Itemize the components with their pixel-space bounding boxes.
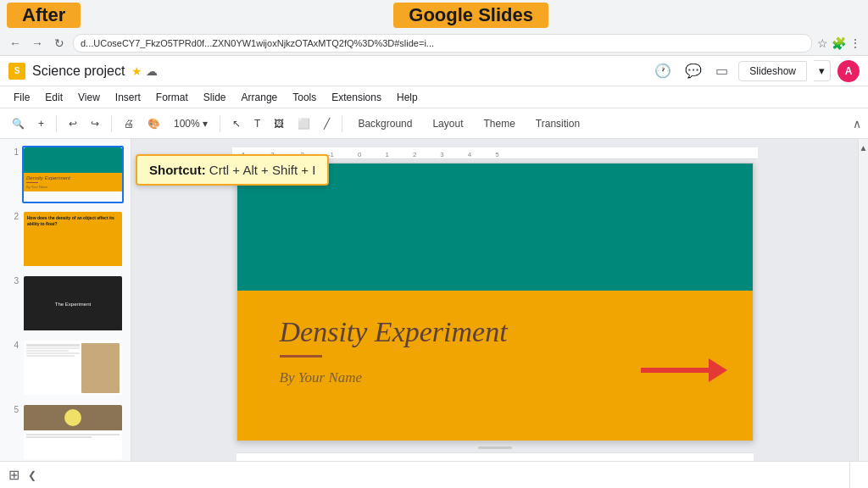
editor-area: -4-3-2-1012345 Shortcut: Crtl + Alt + Sh… [131, 139, 858, 488]
main-area: 1 Density Experiment By Your Name 2 How … [0, 139, 868, 488]
avatar[interactable]: A [837, 60, 860, 82]
slide-thumb-frame-2[interactable]: How does the density of an object affect… [22, 210, 124, 268]
menu-tools[interactable]: Tools [286, 89, 323, 106]
extension-icon[interactable]: 🧩 [832, 36, 846, 50]
slide-scroll-indicator [478, 446, 512, 449]
right-scrollbar[interactable]: ▲ ▼ [858, 139, 868, 488]
slideshow-dropdown[interactable]: ▾ [814, 60, 831, 81]
menu-help[interactable]: Help [390, 89, 425, 106]
zoom-out-btn[interactable]: 🔍 [7, 115, 30, 132]
theme-btn[interactable]: Theme [475, 114, 523, 133]
menu-arrange[interactable]: Arrange [235, 89, 285, 106]
red-arrow [641, 358, 727, 382]
menu-slide[interactable]: Slide [197, 89, 233, 106]
slide-thumb-frame-5[interactable] [22, 403, 124, 461]
comment-icon[interactable]: 💬 [682, 61, 705, 80]
collapse-btn[interactable]: ∧ [853, 117, 861, 130]
slideshow-button[interactable]: Slideshow [738, 61, 807, 81]
url-bar[interactable] [73, 34, 812, 53]
print-btn[interactable]: 🖨 [119, 115, 139, 132]
forward-button[interactable]: → [29, 35, 46, 52]
slide-thumb-4[interactable]: 4 [3, 339, 127, 396]
after-label: After [7, 3, 81, 28]
slide-2-mini: How does the density of an object affect… [24, 212, 122, 267]
browser-icons: ☆ 🧩 ⋮ [817, 36, 861, 50]
menu-extensions[interactable]: Extensions [325, 89, 388, 106]
shortcut-label: Shortcut: [149, 163, 206, 177]
slide-title[interactable]: Density Experiment [237, 291, 753, 348]
slide-5-mini [24, 405, 122, 460]
scroll-end [849, 462, 860, 488]
slide-num-4: 4 [3, 339, 19, 350]
transition-btn[interactable]: Transition [527, 114, 588, 133]
menu-icon[interactable]: ⋮ [849, 36, 861, 50]
drive-icon[interactable]: ☁ [146, 64, 158, 78]
separator-2 [111, 115, 112, 132]
slide-1-mini: Density Experiment By Your Name [24, 147, 122, 202]
separator-3 [220, 115, 220, 132]
scroll-up-btn[interactable]: ▲ [859, 139, 868, 156]
slide-num-5: 5 [3, 403, 19, 414]
cursor-btn[interactable]: ↖ [227, 115, 246, 132]
toolbar: 🔍 + ↩ ↪ 🖨 🎨 100% ▾ ↖ T 🖼 ⬜ ╱ Background … [0, 108, 868, 139]
slide-3-mini: The Experiment [24, 276, 122, 331]
text-btn[interactable]: T [249, 115, 265, 132]
slide-thumb-5[interactable]: 5 [3, 403, 127, 461]
slide-canvas[interactable]: Density Experiment By Your Name [236, 163, 754, 441]
slide-thumb-frame-3[interactable]: The Experiment [22, 274, 124, 332]
undo-btn[interactable]: ↩ [64, 115, 82, 132]
star-icon[interactable]: ★ [131, 64, 142, 78]
layout-btn[interactable]: Layout [424, 114, 471, 133]
slides-panel: 1 Density Experiment By Your Name 2 How … [0, 139, 131, 488]
slide-thumb-frame-1[interactable]: Density Experiment By Your Name [22, 146, 124, 203]
slide-4-mini [24, 341, 122, 396]
redo-btn[interactable]: ↪ [86, 115, 104, 132]
paint-format-btn[interactable]: 🎨 [142, 115, 165, 132]
app-header: S Science project ★ ☁ 🕐 💬 ▭ Slideshow ▾ … [0, 56, 868, 86]
zoom-select-btn[interactable]: 100% ▾ [169, 115, 213, 132]
menu-edit[interactable]: Edit [38, 89, 70, 106]
separator-1 [56, 115, 57, 132]
shortcut-value: Crtl + Alt + Shift + I [209, 163, 315, 177]
slide-num-3: 3 [3, 274, 19, 286]
arrow-line [641, 368, 709, 373]
panel-toggle-btn[interactable]: ❮ [28, 469, 36, 481]
slide-num-1: 1 [3, 146, 19, 157]
menu-file[interactable]: File [7, 89, 36, 106]
zoom-in-btn[interactable]: + [33, 115, 49, 132]
separator-4 [342, 115, 342, 132]
slide-thumb-3[interactable]: 3 The Experiment [3, 274, 127, 332]
menu-insert[interactable]: Insert [108, 89, 147, 106]
image-btn[interactable]: 🖼 [269, 115, 289, 132]
menu-format[interactable]: Format [149, 89, 195, 106]
slide-thumb-2[interactable]: 2 How does the density of an object affe… [3, 210, 127, 268]
title-label: Google Slides [393, 3, 548, 28]
menu-view[interactable]: View [71, 89, 107, 106]
back-button[interactable]: ← [7, 35, 24, 52]
browser-chrome: ← → ↻ ☆ 🧩 ⋮ [0, 30, 868, 56]
slide-divider-line [280, 355, 322, 358]
refresh-button[interactable]: ↻ [51, 35, 68, 52]
history-icon[interactable]: 🕐 [651, 61, 675, 80]
grid-view-icon[interactable]: ⊞ [8, 467, 19, 483]
line-btn[interactable]: ╱ [319, 115, 335, 132]
app-logo: S [8, 63, 25, 80]
slide-thumb-1[interactable]: 1 Density Experiment By Your Name [3, 146, 127, 203]
menu-bar: File Edit View Insert Format Slide Arran… [0, 86, 868, 108]
annotation-bar: After Google Slides [0, 0, 868, 30]
background-btn[interactable]: Background [349, 114, 420, 133]
arrow-head [709, 358, 727, 382]
app-title: Science project [32, 64, 125, 79]
slide-thumb-frame-4[interactable] [22, 339, 124, 396]
header-right: 🕐 💬 ▭ Slideshow ▾ A [651, 60, 860, 82]
shortcut-tooltip: Shortcut: Crtl + Alt + Shift + I [136, 154, 329, 186]
bottom-bar: ⊞ ❮ [0, 461, 868, 488]
scroll-track [859, 156, 868, 471]
present-icon[interactable]: ▭ [712, 61, 732, 80]
slide-num-2: 2 [3, 210, 19, 221]
shapes-btn[interactable]: ⬜ [292, 115, 315, 132]
bookmark-icon[interactable]: ☆ [817, 36, 828, 50]
